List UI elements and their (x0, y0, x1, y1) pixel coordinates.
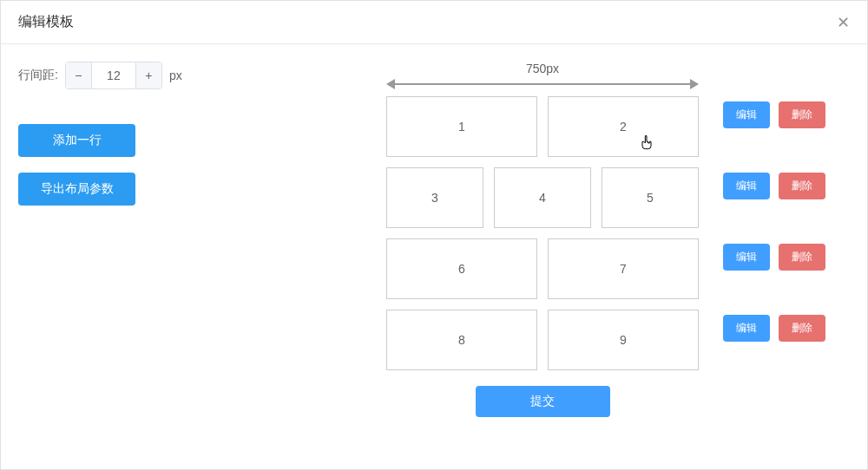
row-actions: 编辑 删除 (723, 173, 825, 199)
edit-row-button[interactable]: 编辑 (723, 101, 770, 128)
modal-header: 编辑模板 ✕ (1, 1, 867, 44)
modal-title: 编辑模板 (18, 13, 74, 31)
layout-cell[interactable]: 1 (386, 96, 537, 157)
spacing-unit: px (169, 69, 182, 82)
arrow-left-icon (386, 79, 395, 89)
row-actions: 编辑 删除 (723, 101, 825, 128)
increase-button[interactable]: + (135, 62, 161, 88)
submit-row: 提交 (476, 386, 610, 417)
layout-cell[interactable]: 8 (386, 310, 537, 370)
center-panel: 750px 1 2 编辑 删除 (235, 62, 850, 417)
ruler-line (395, 83, 690, 85)
layout-cell[interactable]: 4 (494, 167, 591, 228)
row-spacing-label: 行间距: (18, 68, 58, 83)
edit-row-button[interactable]: 编辑 (723, 244, 770, 271)
row-actions: 编辑 删除 (723, 315, 825, 342)
layout-row: 6 7 (386, 238, 699, 299)
left-panel: 行间距: − + px 添加一行 导出布局参数 (18, 62, 218, 417)
layout-cell[interactable]: 9 (548, 310, 699, 370)
delete-row-button[interactable]: 删除 (779, 173, 825, 199)
layout-row: 3 4 5 (386, 167, 699, 228)
decrease-button[interactable]: − (66, 62, 92, 88)
delete-row-button[interactable]: 删除 (779, 244, 825, 271)
export-layout-button[interactable]: 导出布局参数 (18, 173, 135, 206)
row-actions: 编辑 删除 (723, 244, 825, 271)
edit-row-button[interactable]: 编辑 (723, 315, 770, 342)
delete-row-button[interactable]: 删除 (779, 315, 825, 342)
layout-area: 1 2 编辑 删除 3 4 5 编辑 (386, 96, 699, 370)
modal-body: 行间距: − + px 添加一行 导出布局参数 750px (1, 44, 867, 434)
close-icon[interactable]: ✕ (837, 15, 850, 30)
edit-row-button[interactable]: 编辑 (723, 173, 770, 199)
layout-cell[interactable]: 2 (548, 96, 699, 157)
width-ruler: 750px (386, 79, 699, 89)
layout-cell[interactable]: 5 (602, 167, 699, 228)
add-row-button[interactable]: 添加一行 (18, 124, 135, 157)
arrow-right-icon (690, 79, 699, 89)
layout-cell[interactable]: 6 (386, 238, 537, 299)
layout-row: 1 2 (386, 96, 699, 157)
spacing-input[interactable] (92, 62, 135, 88)
row-spacing-control: 行间距: − + px (18, 62, 218, 89)
ruler-label: 750px (526, 62, 559, 75)
layout-row: 8 9 (386, 310, 699, 370)
submit-button[interactable]: 提交 (476, 386, 610, 417)
delete-row-button[interactable]: 删除 (779, 101, 825, 128)
spacing-stepper: − + (65, 62, 162, 89)
layout-cell[interactable]: 7 (548, 238, 699, 299)
edit-template-modal: 编辑模板 ✕ 行间距: − + px 添加一行 导出布局参数 750px (0, 0, 868, 470)
layout-cell[interactable]: 3 (386, 167, 483, 228)
